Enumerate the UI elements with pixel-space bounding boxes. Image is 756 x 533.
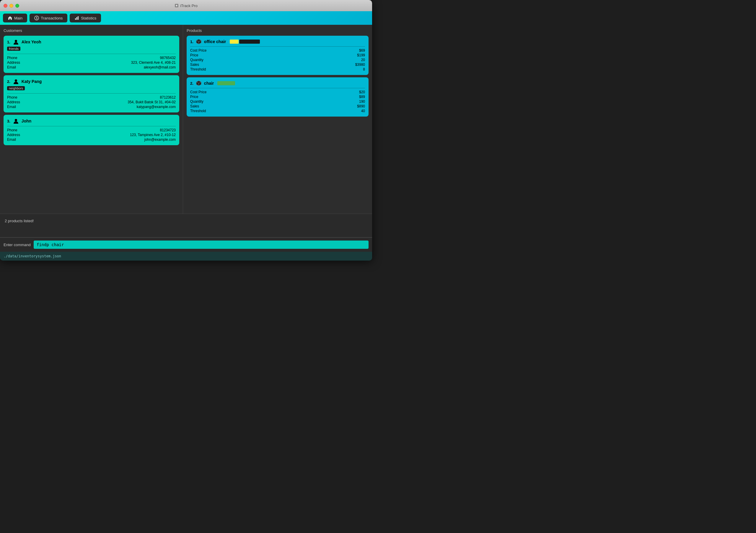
app-icon (175, 4, 179, 8)
product-header-1: 1. office chair (190, 39, 365, 44)
product-card-1[interactable]: 1. office chair Cost Price $69 (187, 36, 368, 75)
customer-number-1: 1. (7, 40, 10, 44)
stock-bar-2 (217, 81, 235, 85)
quantity-row-1: Quantity 20 (190, 58, 365, 62)
product-number-2: 2. (190, 81, 193, 86)
customer-name-2: Katy Pang (21, 79, 41, 84)
tag-neighbors: neighbors (7, 86, 25, 90)
customer-number-2: 2. (7, 79, 10, 84)
person-icon-1 (13, 39, 19, 45)
stock-bar-filled-1 (230, 39, 239, 44)
customer-name-3: John (21, 119, 31, 123)
product-name-2: chair (204, 81, 214, 86)
phone-row-3: Phone 81234723 (7, 128, 176, 132)
email-row-1: Email alexyeoh@mail.com (7, 65, 176, 69)
customer-details-1: Phone 98765432 Address 323, Clementi Ave… (7, 56, 176, 69)
svg-text:$: $ (36, 16, 38, 20)
customer-card-2[interactable]: 2. Katy Pang neighbors Phone 87123612 Ad… (4, 75, 179, 113)
products-title: Products (187, 28, 368, 33)
svg-point-10 (15, 119, 17, 121)
cost-price-row-1: Cost Price $69 (190, 48, 365, 53)
address-row-3: Address 123, Tampines Ave 2, #10-12 (7, 133, 176, 137)
threshold-row-1: Threshold 8 (190, 67, 365, 71)
sales-row-2: Sales $890 (190, 104, 365, 108)
phone-row-1: Phone 98765432 (7, 56, 176, 60)
cost-price-row-2: Cost Price $20 (190, 90, 365, 94)
title-bar: iTrack Pro (0, 0, 372, 11)
chart-icon (74, 16, 79, 20)
stock-bar-1 (230, 39, 260, 44)
person-icon-3 (13, 118, 19, 124)
product-header-2: 2. chair (190, 80, 365, 86)
svg-point-9 (15, 79, 17, 82)
traffic-lights (4, 4, 19, 8)
svg-rect-5 (75, 18, 76, 20)
footer: ./data/inventorysystem.json (0, 252, 372, 261)
product-name-1: office chair (204, 39, 226, 44)
customer-name-1: Alex Yeoh (21, 39, 41, 44)
sales-row-1: Sales $3980 (190, 63, 365, 67)
customer-details-2: Phone 87123612 Address 354, Bukit Batok … (7, 95, 176, 109)
command-input[interactable] (34, 241, 368, 249)
customer-number-3: 3. (7, 119, 10, 123)
svg-rect-7 (78, 16, 79, 20)
address-row-2: Address 354, Bukit Batok St 31, #04-02 (7, 100, 176, 104)
home-icon (8, 16, 13, 20)
quantity-row-2: Quantity 190 (190, 99, 365, 104)
maximize-button[interactable] (15, 4, 19, 8)
main-content: Customers 1. Alex Yeoh friends Phone 987… (0, 25, 372, 214)
customer-tag-2: neighbors (7, 86, 176, 91)
product-number-1: 1. (190, 39, 193, 44)
box-icon-1 (196, 39, 202, 44)
email-row-2: Email katypang@example.com (7, 105, 176, 109)
minimize-button[interactable] (10, 4, 13, 8)
product-details-2: Cost Price $20 Price $89 Quantity 190 Sa… (190, 90, 365, 113)
price-row-2: Price $89 (190, 95, 365, 99)
stock-bar-filled-2 (217, 81, 235, 85)
customer-details-3: Phone 81234723 Address 123, Tampines Ave… (7, 128, 176, 142)
command-bar: Enter command (0, 237, 372, 252)
person-icon-2 (13, 78, 19, 85)
product-card-2[interactable]: 2. chair Cost Price $20 (187, 77, 368, 116)
tab-transactions[interactable]: $ Transactions (30, 13, 67, 22)
product-details-1: Cost Price $69 Price $199 Quantity 20 Sa… (190, 48, 365, 71)
price-row-1: Price $199 (190, 53, 365, 57)
customer-tag-1: friends (7, 46, 176, 52)
customer-header-2: 2. Katy Pang (7, 78, 176, 85)
customers-title: Customers (4, 28, 179, 33)
dollar-icon: $ (34, 16, 39, 20)
customer-card-3[interactable]: 3. John Phone 81234723 Address 123, Tamp… (4, 115, 179, 145)
window-title: iTrack Pro (175, 4, 198, 8)
products-panel: Products 1. office chair (183, 25, 372, 214)
footer-path: ./data/inventorysystem.json (4, 254, 61, 258)
customer-header-1: 1. Alex Yeoh (7, 39, 176, 45)
customer-card-1[interactable]: 1. Alex Yeoh friends Phone 98765432 Addr… (4, 36, 179, 73)
command-label: Enter command (4, 242, 31, 247)
customer-header-3: 3. John (7, 118, 176, 124)
phone-row-2: Phone 87123612 (7, 95, 176, 99)
tab-main[interactable]: Main (3, 13, 27, 22)
svg-rect-6 (76, 17, 77, 20)
email-row-3: Email john@example.com (7, 138, 176, 142)
stock-bar-empty-1 (239, 39, 260, 44)
box-icon-2 (196, 80, 202, 86)
tag-friends: friends (7, 47, 20, 51)
address-row-1: Address 323, Clementi Ave 4, #08-21 (7, 61, 176, 64)
toolbar: Main $ Transactions Statistics (0, 11, 372, 25)
tab-statistics[interactable]: Statistics (70, 13, 101, 22)
status-message: 2 products listed! (5, 219, 34, 223)
threshold-row-2: Threshold 40 (190, 109, 365, 113)
customers-panel: Customers 1. Alex Yeoh friends Phone 987… (0, 25, 183, 214)
svg-point-8 (15, 40, 17, 42)
status-bar: 2 products listed! (0, 214, 372, 237)
close-button[interactable] (4, 4, 7, 8)
